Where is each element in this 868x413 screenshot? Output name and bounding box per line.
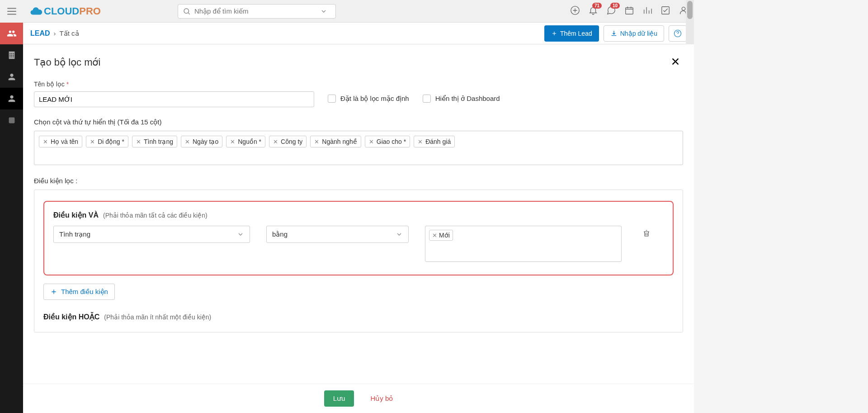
sidebar-item-contact[interactable] [0,66,23,88]
add-button[interactable] [570,5,580,17]
svg-point-1 [184,9,189,14]
column-tag[interactable]: ✕Nguồn * [226,136,265,147]
remove-value-icon[interactable]: ✕ [432,232,437,239]
remove-tag-icon[interactable]: ✕ [369,138,374,145]
and-conditions-block: Điều kiện VÀ (Phải thỏa mãn tất cả các đ… [43,201,674,275]
bell-badge: 71 [592,3,602,9]
remove-tag-icon[interactable]: ✕ [418,138,423,145]
modal-footer: Lưu Hủy bỏ [23,384,694,413]
column-tag[interactable]: ✕Tình trạng [132,136,177,147]
sidebar-item-building[interactable] [0,44,23,66]
and-subtitle: (Phải thỏa mãn tất cả các điều kiện) [103,212,208,219]
plus-icon [551,30,557,37]
tasks-button[interactable] [660,5,670,17]
chevron-down-icon [396,231,403,238]
notifications-button[interactable]: 71 [588,5,598,17]
remove-tag-icon[interactable]: ✕ [230,138,235,145]
chat-badge: 10 [610,3,620,9]
logo[interactable]: CLOUDPRO [28,5,101,18]
logo-text: CLOUDPRO [44,5,101,17]
person-icon [7,72,17,82]
value-tag[interactable]: ✕ Mới [429,230,453,241]
plus-circle-icon [570,5,580,15]
filter-conditions: Điều kiện VÀ (Phải thỏa mãn tất cả các đ… [34,190,683,332]
column-tag[interactable]: ✕Họ và tên [39,136,82,147]
modal-body: Tên bộ lọc * Đặt là bộ lọc mặc định Hiển… [23,75,694,384]
cloud-icon [28,5,44,18]
sidebar-item-leads[interactable] [0,23,23,44]
column-tag[interactable]: ✕Giao cho * [365,136,410,147]
remove-tag-icon[interactable]: ✕ [185,138,190,145]
and-title: Điều kiện VÀ [53,211,99,219]
remove-tag-icon[interactable]: ✕ [273,138,278,145]
filter-modal: Tạo bộ lọc mới Tên bộ lọc * Đặt là bộ lọ… [23,44,694,413]
sidebar [0,0,23,413]
or-title: Điều kiện HOẶC [43,313,99,321]
remove-tag-icon[interactable]: ✕ [43,138,48,145]
remove-tag-icon[interactable]: ✕ [314,138,319,145]
column-tag[interactable]: ✕Đánh giá [414,136,455,147]
breadcrumb-view[interactable]: Tất cả [60,29,79,38]
column-tag[interactable]: ✕Di động * [86,136,128,147]
svg-point-5 [682,7,685,10]
subheader-actions: Thêm Lead Nhập dữ liệu [544,25,687,42]
calendar-button[interactable] [624,5,634,17]
hamburger-menu[interactable] [0,0,23,23]
subheader: LEAD › Tất cả Thêm Lead Nhập dữ liệu [23,23,694,44]
import-label: Nhập dữ liệu [620,30,657,37]
profile-icon [7,115,17,125]
plus-icon [50,288,57,295]
default-filter-label: Đặt là bộ lọc mặc định [340,95,409,103]
default-filter-checkbox[interactable] [328,95,336,103]
breadcrumb: LEAD › Tất cả [30,29,79,38]
column-tag[interactable]: ✕Ngành nghề [310,136,361,147]
scrollbar-thumb[interactable] [687,1,693,19]
chat-button[interactable]: 10 [606,5,616,17]
trash-icon [642,229,651,237]
chevron-down-icon [237,231,244,238]
topbar: CLOUDPRO 71 10 [23,0,694,23]
remove-tag-icon[interactable]: ✕ [90,138,95,145]
download-icon [610,30,618,37]
chart-icon [642,5,652,15]
close-button[interactable] [668,55,683,70]
add-condition-button[interactable]: Thêm điều kiện [43,284,115,300]
check-square-icon [660,5,670,15]
cancel-button[interactable]: Hủy bỏ [370,394,393,403]
chevron-down-icon [320,8,327,15]
column-tag[interactable]: ✕Công ty [269,136,307,147]
analytics-button[interactable] [642,5,652,17]
filter-name-label: Tên bộ lọc * [34,81,314,88]
column-tag[interactable]: ✕Ngày tạo [181,136,222,147]
delete-condition-button[interactable] [642,229,651,239]
remove-tag-icon[interactable]: ✕ [136,138,141,145]
help-icon [674,29,682,38]
calendar-icon [624,5,634,15]
svg-rect-0 [9,118,14,123]
add-lead-button[interactable]: Thêm Lead [544,25,599,42]
sidebar-item-profile[interactable] [0,109,23,131]
add-lead-label: Thêm Lead [560,30,592,37]
person-icon [7,94,17,104]
global-search[interactable] [178,4,336,19]
import-button[interactable]: Nhập dữ liệu [604,25,664,42]
condition-field-select[interactable]: Tình trạng [53,226,250,243]
columns-label: Chọn cột và thứ tự hiển thị (Tối đa 15 c… [34,118,683,126]
breadcrumb-separator: › [54,29,56,37]
topbar-right: 71 10 [570,5,689,17]
columns-selector[interactable]: ✕Họ và tên ✕Di động * ✕Tình trạng ✕Ngày … [34,131,683,165]
search-input[interactable] [194,7,320,15]
save-button[interactable]: Lưu [324,390,354,407]
building-icon [7,50,17,60]
filter-name-input[interactable] [34,91,314,107]
condition-label: Điều kiện lọc : [34,177,683,185]
sidebar-item-current[interactable] [0,88,23,109]
users-icon [7,28,17,38]
condition-operator-select[interactable]: bằng [266,226,409,243]
condition-row: Tình trạng bằng ✕ Mới [53,226,664,262]
breadcrumb-module[interactable]: LEAD [30,29,50,38]
close-icon [670,57,680,66]
dashboard-checkbox[interactable] [423,95,431,103]
condition-value-input[interactable]: ✕ Mới [425,226,622,262]
help-button[interactable] [669,25,687,42]
